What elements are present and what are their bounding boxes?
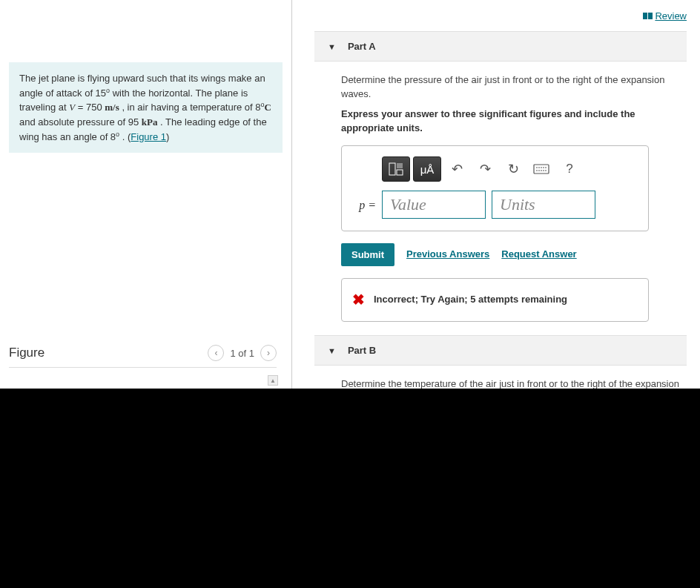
celsius: C [265,102,271,113]
part-a-body: Determine the pressure of the air just i… [314,62,687,335]
figure-bar: Figure ‹ 1 of 1 › [9,345,277,368]
equation-row: p = Value Units [354,191,636,219]
right-pane: Review ▼ Part A Determine the pressure o… [292,0,700,389]
problem-text: , in air having a temperature of 8 [119,102,261,113]
review-bar: Review [314,7,687,31]
caret-down-icon: ▼ [328,42,336,51]
part-a-title: Part A [348,41,376,52]
reset-button[interactable]: ↻ [501,156,526,182]
part-b-body: Determine the temperature of the air jus… [314,366,687,389]
answer-toolbar: μÅ ↶ ↷ ↻ ? [382,156,636,182]
units-ms: m/s [105,102,119,113]
part-b-title: Part B [348,345,376,356]
previous-answers-link[interactable]: Previous Answers [406,248,489,262]
units-kpa: kPa [142,116,158,128]
book-icon [643,11,653,22]
review-link[interactable]: Review [643,10,687,22]
problem-statement: The jet plane is flying upward such that… [9,62,283,153]
submit-button[interactable]: Submit [341,243,394,266]
request-answer-link[interactable]: Request Answer [501,248,576,262]
figure-link[interactable]: Figure 1 [131,131,166,142]
keyboard-button[interactable] [529,156,554,182]
review-label: Review [655,10,687,22]
scroll-up-icon[interactable]: ▲ [268,375,278,386]
svg-rect-3 [397,163,403,168]
part-a-header[interactable]: ▼ Part A [314,31,687,62]
units-input[interactable]: Units [492,191,595,219]
svg-rect-4 [397,170,403,175]
svg-rect-5 [534,165,549,174]
problem-text: . ( [119,131,131,142]
units-button[interactable]: μÅ [413,156,441,182]
part-a-instructions: Express your answer to three significant… [341,108,679,136]
caret-down-icon: ▼ [328,346,336,355]
svg-rect-1 [648,13,653,19]
pager-next-button[interactable]: › [260,345,277,361]
figure-title: Figure [9,346,44,360]
undo-button[interactable]: ↶ [444,156,469,182]
help-button[interactable]: ? [557,156,582,182]
figure-pager: ‹ 1 of 1 › [208,345,277,361]
variable-v: V [69,102,75,113]
redo-button[interactable]: ↷ [472,156,498,182]
part-a-prompt: Determine the pressure of the air just i… [341,73,679,102]
part-b-header[interactable]: ▼ Part B [314,335,687,366]
pager-status: 1 of 1 [230,348,254,359]
svg-rect-0 [643,13,647,19]
problem-text: and absolute pressure of 95 [19,116,142,128]
feedback-box: ✖ Incorrect; Try Again; 5 attempts remai… [341,278,649,322]
part-b-prompt: Determine the temperature of the air jus… [341,377,679,389]
action-row: Submit Previous Answers Request Answer [341,243,679,266]
svg-rect-2 [389,163,395,175]
problem-text: ) [166,131,169,142]
variable-label: p = [354,196,376,214]
value-input[interactable]: Value [382,191,486,219]
incorrect-icon: ✖ [352,289,365,311]
problem-text: = 750 [75,102,105,113]
pager-prev-button[interactable]: ‹ [208,345,224,361]
template-button[interactable] [382,156,410,182]
left-pane: The jet plane is flying upward such that… [0,0,292,389]
feedback-text: Incorrect; Try Again; 5 attempts remaini… [374,293,567,307]
answer-box: μÅ ↶ ↷ ↻ ? p = Value Units [341,145,649,231]
